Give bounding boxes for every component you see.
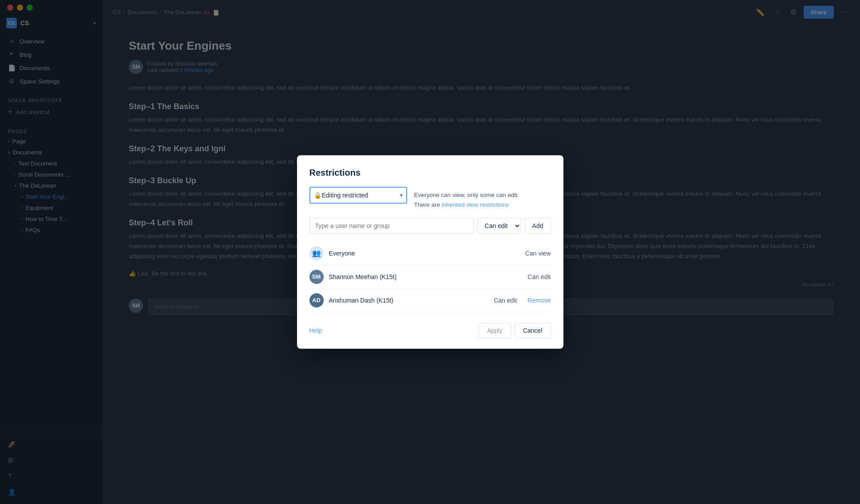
user-name-anshuman: Anshuman Dash (K15t) xyxy=(329,297,489,304)
everyone-avatar: 👥 xyxy=(309,246,324,260)
user-permission-anshuman: Can edit xyxy=(494,297,517,304)
remove-user-anshuman-button[interactable]: Remove xyxy=(527,297,551,304)
add-user-row: Can edit Add xyxy=(309,218,551,234)
add-permission-select[interactable]: Can edit xyxy=(477,218,521,234)
modal-footer: Help Apply Cancel xyxy=(309,323,551,338)
lock-icon: 🔒 xyxy=(314,192,321,199)
add-user-button[interactable]: Add xyxy=(525,218,551,234)
shannon-avatar: SM xyxy=(309,270,324,284)
modal-title: Restrictions xyxy=(309,168,551,178)
user-row-everyone: 👥 Everyone Can view xyxy=(309,242,551,265)
restriction-select[interactable]: Editing restricted xyxy=(309,187,407,204)
restriction-row: 🔒 Editing restricted ▾ Everyone can view… xyxy=(309,187,551,209)
modal-overlay: Restrictions 🔒 Editing restricted ▾ Ever… xyxy=(0,0,860,504)
cancel-button[interactable]: Cancel xyxy=(515,323,551,338)
restriction-select-wrapper: 🔒 Editing restricted ▾ xyxy=(309,187,407,204)
users-list: 👥 Everyone Can view SM Shannon Meehan (K… xyxy=(309,242,551,312)
user-row-shannon: SM Shannon Meehan (K15t) Can edit xyxy=(309,265,551,289)
user-permission-everyone: Can view xyxy=(525,250,551,257)
user-name-everyone: Everyone xyxy=(329,250,520,257)
anshuman-avatar: AD xyxy=(309,293,324,307)
restrictions-modal: Restrictions 🔒 Editing restricted ▾ Ever… xyxy=(297,155,563,348)
footer-buttons: Apply Cancel xyxy=(479,323,551,338)
user-row-anshuman: AD Anshuman Dash (K15t) Can edit Remove xyxy=(309,289,551,312)
inherited-restrictions-link[interactable]: inherited view restrictions xyxy=(442,201,509,208)
user-search-input[interactable] xyxy=(309,218,474,234)
select-chevron-icon: ▾ xyxy=(400,192,403,198)
apply-button[interactable]: Apply xyxy=(479,323,511,338)
user-permission-shannon: Can edit xyxy=(527,273,551,280)
restriction-info: Everyone can view, only some can edit. T… xyxy=(414,187,551,209)
user-name-shannon: Shannon Meehan (K15t) xyxy=(329,273,523,280)
help-link[interactable]: Help xyxy=(309,327,322,334)
